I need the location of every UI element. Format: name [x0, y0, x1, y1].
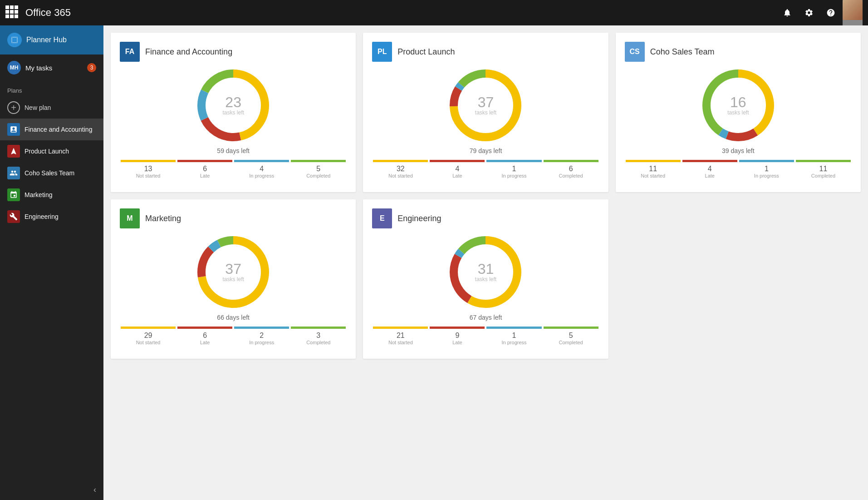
engineering-icon: [7, 210, 20, 223]
plan-card-finance[interactable]: FA Finance and Accounting 23 tasks left …: [111, 33, 356, 192]
plan-card-product[interactable]: PL Product Launch 37 tasks left 79 days …: [363, 33, 608, 192]
bar-coho-0: [626, 160, 681, 162]
stats-row-engineering: 21 Not started 9 Late 1 In progress 5 Co…: [372, 332, 599, 345]
days-left-engineering: 67 days left: [470, 314, 502, 321]
bar-engineering-2: [486, 327, 541, 329]
stat-engineering-3: 5 Completed: [543, 332, 599, 345]
donut-finance: 23 tasks left: [197, 69, 270, 142]
bar-finance-2: [234, 160, 289, 162]
stats-bars-product: [372, 160, 599, 162]
settings-button[interactable]: [799, 0, 819, 25]
donut-product: 37 tasks left: [449, 69, 522, 142]
chart-coho: 16 tasks left 39 days left 11 Not starte…: [625, 69, 852, 178]
plan-badge-engineering: E: [372, 208, 392, 228]
bar-finance-0: [121, 160, 176, 162]
bar-engineering-1: [430, 327, 485, 329]
bar-marketing-2: [234, 327, 289, 329]
days-left-coho: 39 days left: [722, 147, 755, 154]
donut-engineering: 31 tasks left: [449, 236, 522, 308]
waffle-icon[interactable]: [5, 5, 20, 20]
plans-grid: FA Finance and Accounting 23 tasks left …: [111, 33, 861, 359]
bar-engineering-0: [373, 327, 428, 329]
days-left-marketing: 66 days left: [217, 314, 250, 321]
my-tasks-badge: 3: [87, 63, 96, 72]
my-tasks-label: My tasks: [25, 64, 83, 72]
bar-coho-2: [739, 160, 794, 162]
donut-center-finance: 23 tasks left: [222, 95, 244, 116]
plan-name-product: Product Launch: [397, 47, 455, 57]
donut-center-product: 37 tasks left: [475, 95, 496, 116]
stat-finance-0: 13 Not started: [120, 165, 177, 178]
help-button[interactable]: [821, 0, 841, 25]
stat-marketing-3: 3 Completed: [290, 332, 347, 345]
plan-header-marketing: M Marketing: [120, 208, 347, 228]
sidebar-finance-label: Finance and Accounting: [25, 126, 92, 133]
bar-product-2: [486, 160, 541, 162]
chart-engineering: 31 tasks left 67 days left 21 Not starte…: [372, 236, 599, 345]
product-icon: [7, 145, 20, 158]
plan-card-coho[interactable]: CS Coho Sales Team 16 tasks left 39 days…: [616, 33, 861, 192]
sidebar-item-product[interactable]: Product Launch: [0, 140, 103, 162]
collapse-icon: ‹: [93, 485, 96, 495]
sidebar-item-finance[interactable]: Finance and Accounting: [0, 119, 103, 140]
planner-hub-label: Planner Hub: [26, 36, 67, 44]
chart-finance: 23 tasks left 59 days left 13 Not starte…: [120, 69, 347, 178]
collapse-button[interactable]: ‹: [0, 480, 103, 500]
stat-marketing-2: 2 In progress: [233, 332, 290, 345]
chart-marketing: 37 tasks left 66 days left 29 Not starte…: [120, 236, 347, 345]
stat-product-2: 1 In progress: [485, 165, 542, 178]
donut-marketing: 37 tasks left: [197, 236, 270, 308]
sidebar-product-label: Product Launch: [25, 148, 69, 155]
stat-product-3: 6 Completed: [543, 165, 599, 178]
marketing-icon: [7, 188, 20, 201]
bar-product-0: [373, 160, 428, 162]
sidebar-item-marketing[interactable]: Marketing: [0, 184, 103, 206]
stat-engineering-0: 21 Not started: [372, 332, 429, 345]
days-left-finance: 59 days left: [217, 147, 250, 154]
notifications-button[interactable]: [777, 0, 797, 25]
plan-name-marketing: Marketing: [145, 214, 181, 223]
plan-header-finance: FA Finance and Accounting: [120, 42, 347, 62]
plans-header: Plans: [0, 81, 103, 97]
donut-center-coho: 16 tasks left: [727, 95, 749, 116]
main-layout: Planner Hub MH My tasks 3 Plans + New pl…: [0, 25, 868, 500]
plan-card-engineering[interactable]: E Engineering 31 tasks left 67 days left…: [363, 199, 608, 359]
new-plan-item[interactable]: + New plan: [0, 97, 103, 119]
planner-hub-item[interactable]: Planner Hub: [0, 25, 103, 54]
topbar: Office 365: [0, 0, 868, 25]
topbar-icons: [777, 0, 863, 25]
stat-engineering-2: 1 In progress: [485, 332, 542, 345]
donut-center-marketing: 37 tasks left: [222, 262, 244, 282]
stats-bars-finance: [120, 160, 347, 162]
stats-bars-coho: [625, 160, 852, 162]
bar-coho-3: [796, 160, 851, 162]
sidebar-engineering-label: Engineering: [25, 213, 59, 220]
content-area: FA Finance and Accounting 23 tasks left …: [103, 25, 868, 500]
stats-row-marketing: 29 Not started 6 Late 2 In progress 3 Co…: [120, 332, 347, 345]
donut-center-engineering: 31 tasks left: [475, 262, 496, 282]
my-tasks-item[interactable]: MH My tasks 3: [0, 54, 103, 81]
sidebar-item-coho[interactable]: Coho Sales Team: [0, 162, 103, 184]
sidebar: Planner Hub MH My tasks 3 Plans + New pl…: [0, 25, 103, 500]
bar-finance-1: [177, 160, 232, 162]
chart-product: 37 tasks left 79 days left 32 Not starte…: [372, 69, 599, 178]
new-plan-label: New plan: [25, 104, 51, 111]
avatar[interactable]: [843, 0, 863, 25]
days-left-product: 79 days left: [470, 147, 502, 154]
stat-marketing-1: 6 Late: [177, 332, 233, 345]
plan-card-marketing[interactable]: M Marketing 37 tasks left 66 days left 2…: [111, 199, 356, 359]
plan-name-engineering: Engineering: [397, 214, 441, 223]
plan-header-coho: CS Coho Sales Team: [625, 42, 852, 62]
stat-marketing-0: 29 Not started: [120, 332, 177, 345]
plan-name-finance: Finance and Accounting: [145, 47, 232, 57]
sidebar-item-engineering[interactable]: Engineering: [0, 206, 103, 228]
bar-marketing-0: [121, 327, 176, 329]
stats-row-product: 32 Not started 4 Late 1 In progress 6 Co…: [372, 165, 599, 178]
plan-badge-product: PL: [372, 42, 392, 62]
stat-finance-1: 6 Late: [177, 165, 233, 178]
my-tasks-icon: MH: [7, 61, 21, 74]
my-tasks-initials: MH: [10, 64, 19, 71]
planner-hub-icon: [7, 33, 22, 47]
stats-bars-marketing: [120, 327, 347, 329]
stat-finance-3: 5 Completed: [290, 165, 347, 178]
